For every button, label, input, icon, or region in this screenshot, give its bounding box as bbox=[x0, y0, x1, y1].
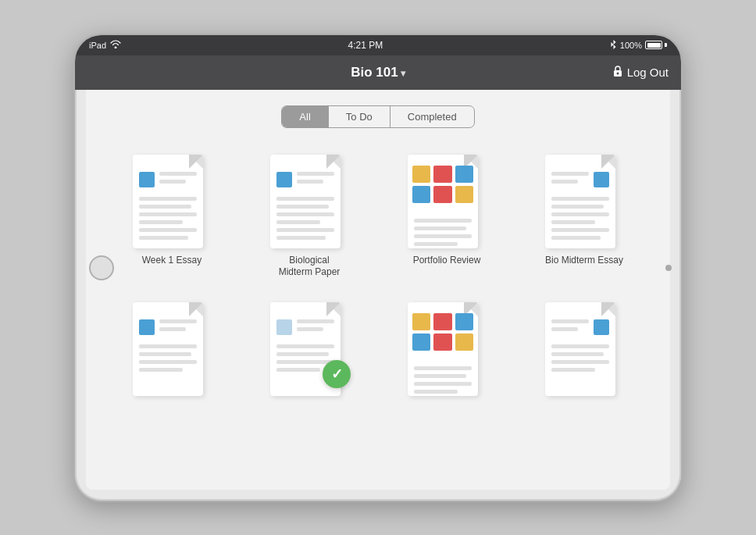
doc-icon bbox=[129, 294, 215, 396]
right-dot bbox=[665, 265, 672, 271]
status-left: iPad bbox=[89, 40, 121, 50]
list-item[interactable]: BiologicalMidterm Paper bbox=[247, 147, 372, 279]
tab-all[interactable]: All bbox=[282, 106, 328, 127]
doc-icon bbox=[404, 147, 490, 248]
doc-icon bbox=[404, 294, 490, 396]
doc-icon: ✓ bbox=[266, 294, 352, 396]
lock-icon bbox=[612, 65, 623, 80]
assignment-label: BiologicalMidterm Paper bbox=[279, 255, 341, 279]
list-item[interactable]: Week 1 Essay bbox=[109, 147, 234, 279]
segment-control: All To Do Completed bbox=[109, 105, 647, 128]
doc-icon bbox=[541, 147, 627, 248]
wifi-icon bbox=[110, 40, 121, 50]
ipad-device: iPad 4:21 PM 100% bbox=[73, 34, 683, 502]
list-item[interactable]: Portfolio Review bbox=[384, 147, 509, 279]
assignment-label: Portfolio Review bbox=[413, 255, 481, 267]
doc-icon bbox=[266, 147, 352, 248]
segment-tabs: All To Do Completed bbox=[281, 105, 474, 128]
checkmark-icon: ✓ bbox=[331, 367, 343, 381]
battery-percent: 100% bbox=[620, 41, 642, 50]
logout-button[interactable]: Log Out bbox=[612, 65, 669, 80]
doc-icon bbox=[129, 147, 215, 248]
battery-icon bbox=[645, 41, 667, 49]
list-item[interactable] bbox=[522, 294, 647, 402]
tab-todo[interactable]: To Do bbox=[329, 106, 390, 127]
bluetooth-icon bbox=[610, 39, 617, 51]
nav-title: Bio 101▾ bbox=[351, 65, 405, 80]
assignment-label: Bio Midterm Essay bbox=[545, 255, 623, 267]
tab-completed[interactable]: Completed bbox=[390, 106, 474, 127]
doc-icon bbox=[541, 294, 627, 396]
ipad-label: iPad bbox=[89, 41, 106, 50]
main-content: All To Do Completed bbox=[86, 90, 670, 490]
logout-label[interactable]: Log Out bbox=[627, 66, 669, 79]
list-item[interactable]: ✓ bbox=[247, 294, 372, 402]
status-right: 100% bbox=[610, 39, 667, 51]
status-bar: iPad 4:21 PM 100% bbox=[75, 35, 681, 55]
status-time: 4:21 PM bbox=[348, 40, 383, 51]
assignment-label: Week 1 Essay bbox=[142, 255, 201, 267]
nav-bar: Bio 101▾ Log Out bbox=[75, 55, 681, 90]
list-item[interactable]: Bio Midterm Essay bbox=[522, 147, 647, 279]
assignments-grid: Week 1 Essay bbox=[109, 147, 647, 402]
list-item[interactable] bbox=[384, 294, 509, 402]
completed-badge: ✓ bbox=[323, 360, 351, 388]
svg-point-1 bbox=[616, 73, 619, 75]
list-item[interactable] bbox=[109, 294, 234, 402]
home-button[interactable] bbox=[89, 255, 114, 280]
